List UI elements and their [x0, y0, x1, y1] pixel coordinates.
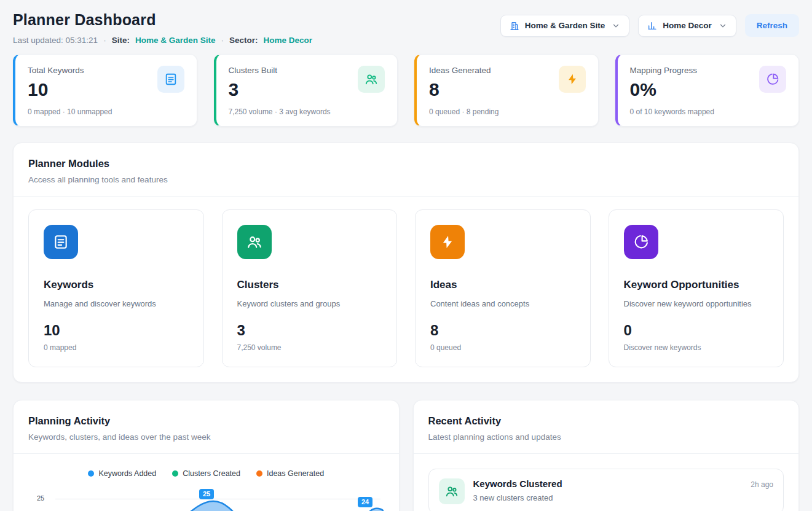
planner-dashboard-page: Planner Dashboard Last updated: 05:31:21…	[0, 0, 812, 511]
stats-row: Total Keywords 10 0 mapped · 10 unmapped…	[13, 54, 799, 127]
legend-dot-green	[172, 470, 178, 477]
planning-activity-subtitle: Keywords, clusters, and ideas over the p…	[28, 432, 384, 442]
module-card-ideas[interactable]: Ideas Content ideas and concepts 8 0 que…	[415, 209, 591, 367]
last-updated-text: Last updated: 05:31:21	[13, 36, 98, 45]
keywords-added-area-series	[55, 485, 384, 511]
module-description: Content ideas and concepts	[430, 299, 575, 308]
stat-card-total-keywords: Total Keywords 10 0 mapped · 10 unmapped	[13, 54, 197, 127]
chart-legend: Keywords Added Clusters Created Ideas Ge…	[28, 469, 384, 478]
stat-value: 3	[229, 79, 278, 100]
sector-selector-label: Home Decor	[663, 21, 712, 30]
activity-item-keywords-clustered[interactable]: Keywords Clustered 2h ago 3 new clusters…	[428, 469, 784, 511]
users-icon	[237, 225, 272, 259]
module-title: Ideas	[430, 279, 575, 291]
stat-value: 0%	[630, 79, 698, 100]
activity-area-chart: 25 25 24	[28, 485, 384, 511]
meta-separator: ·	[103, 36, 106, 45]
sector-selector-dropdown[interactable]: Home Decor	[638, 15, 736, 37]
data-point-label: 25	[199, 489, 214, 499]
chevron-down-icon	[719, 21, 727, 30]
stat-label: Ideas Generated	[429, 66, 491, 75]
activity-body: Keywords Clustered 2h ago 3 new clusters…	[473, 478, 774, 502]
module-card-keywords[interactable]: Keywords Manage and discover keywords 10…	[28, 209, 204, 367]
bar-chart-icon	[647, 21, 657, 31]
module-grid: Keywords Manage and discover keywords 10…	[28, 209, 784, 367]
legend-item-clusters-created: Clusters Created	[172, 469, 240, 478]
legend-dot-blue	[88, 470, 94, 477]
module-detail: Discover new keywords	[624, 343, 769, 352]
stat-label: Total Keywords	[28, 66, 84, 75]
module-value: 10	[44, 322, 189, 339]
legend-item-ideas-generated: Ideas Generated	[256, 469, 324, 478]
legend-item-keywords-added: Keywords Added	[88, 469, 156, 478]
y-axis-tick: 25	[37, 494, 44, 502]
divider	[14, 453, 399, 454]
site-label: Site:	[112, 36, 130, 45]
module-value: 3	[237, 322, 382, 339]
meta-separator: ·	[221, 36, 224, 45]
data-point-label: 24	[358, 497, 372, 507]
module-value: 0	[624, 322, 769, 339]
legend-label: Keywords Added	[98, 469, 156, 478]
recent-activity-title: Recent Activity	[428, 415, 784, 427]
page-title: Planner Dashboard	[13, 11, 312, 29]
site-selector-label: Home & Garden Site	[525, 21, 605, 30]
recent-activity-panel: Recent Activity Latest planning actions …	[413, 400, 800, 511]
recent-activity-subtitle: Latest planning actions and updates	[428, 432, 784, 442]
building-icon	[510, 21, 519, 31]
header-left: Planner Dashboard Last updated: 05:31:21…	[13, 11, 312, 45]
module-value: 8	[430, 322, 575, 339]
document-list-icon	[44, 225, 78, 259]
module-detail: 0 mapped	[44, 343, 189, 352]
activity-description: 3 new clusters created	[473, 493, 774, 502]
planning-activity-title: Planning Activity	[28, 415, 384, 427]
site-link[interactable]: Home & Garden Site	[135, 36, 216, 45]
users-icon	[439, 478, 465, 504]
module-detail: 7,250 volume	[237, 343, 382, 352]
modules-title: Planner Modules	[28, 158, 784, 170]
lightning-icon	[430, 225, 465, 259]
module-card-clusters[interactable]: Clusters Keyword clusters and groups 3 7…	[222, 209, 398, 367]
stat-label: Clusters Built	[229, 66, 278, 75]
legend-dot-orange	[256, 470, 262, 477]
header: Planner Dashboard Last updated: 05:31:21…	[13, 11, 799, 45]
module-title: Keywords	[44, 279, 189, 291]
sector-label: Sector:	[229, 36, 258, 45]
activity-timestamp: 2h ago	[751, 480, 773, 489]
chevron-down-icon	[612, 21, 620, 30]
divider	[414, 453, 799, 454]
divider	[14, 196, 798, 197]
refresh-button[interactable]: Refresh	[745, 14, 799, 37]
planning-activity-panel: Planning Activity Keywords, clusters, an…	[13, 400, 400, 511]
stat-detail: 0 queued · 8 pending	[429, 107, 586, 116]
sector-link[interactable]: Home Decor	[263, 36, 312, 45]
legend-label: Clusters Created	[183, 469, 240, 478]
bottom-row: Planning Activity Keywords, clusters, an…	[13, 400, 799, 511]
users-icon	[358, 66, 385, 93]
stat-detail: 0 of 10 keywords mapped	[630, 107, 787, 116]
stat-card-ideas-generated: Ideas Generated 8 0 queued · 8 pending	[414, 54, 599, 127]
lightning-icon	[559, 66, 586, 93]
document-list-icon	[157, 66, 184, 93]
module-detail: 0 queued	[430, 343, 575, 352]
planner-modules-panel: Planner Modules Access all planning tool…	[13, 142, 799, 383]
module-description: Manage and discover keywords	[44, 299, 189, 308]
pie-chart-icon	[624, 225, 658, 259]
header-controls: Home & Garden Site Home Decor Refresh	[500, 14, 799, 37]
stat-card-clusters-built: Clusters Built 3 7,250 volume · 3 avg ke…	[214, 54, 398, 127]
stat-detail: 0 mapped · 10 unmapped	[28, 107, 184, 116]
module-description: Keyword clusters and groups	[237, 299, 382, 308]
module-card-keyword-opportunities[interactable]: Keyword Opportunities Discover new keywo…	[609, 209, 784, 367]
pie-chart-icon	[759, 66, 786, 93]
modules-subtitle: Access all planning tools and features	[28, 175, 784, 184]
activity-title: Keywords Clustered	[473, 478, 562, 489]
module-title: Keyword Opportunities	[624, 279, 769, 291]
stat-card-mapping-progress: Mapping Progress 0% 0 of 10 keywords map…	[615, 54, 800, 127]
stat-label: Mapping Progress	[630, 66, 698, 75]
stat-detail: 7,250 volume · 3 avg keywords	[229, 107, 385, 116]
site-selector-dropdown[interactable]: Home & Garden Site	[500, 15, 630, 37]
module-description: Discover new keyword opportunities	[624, 299, 769, 308]
stat-value: 10	[28, 79, 84, 100]
module-title: Clusters	[237, 279, 382, 291]
legend-label: Ideas Generated	[267, 469, 324, 478]
